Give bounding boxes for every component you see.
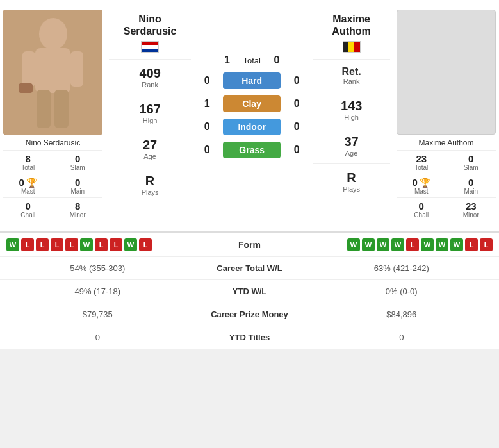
left-age-row: 27 Age [109, 138, 191, 160]
left-player-photo [3, 10, 102, 135]
clay-left-score: 1 [197, 98, 217, 110]
hard-right-score: 0 [287, 75, 306, 87]
right-main-label: Main [448, 188, 495, 195]
left-high-value: 167 [139, 102, 160, 117]
left-total-value: 8 [4, 153, 52, 164]
career-wl-label: Career Total W/L [186, 263, 314, 273]
total-label: Total [243, 56, 260, 65]
ytd-titles-left: 0 [10, 333, 186, 342]
ytd-wl-row: 49% (17-18) YTD W/L 0% (0-0) [0, 279, 499, 303]
right-plays-label: Plays [343, 185, 360, 193]
right-high-value: 143 [341, 99, 362, 113]
left-chall-label: Chall [4, 212, 52, 219]
svg-rect-4 [70, 51, 83, 87]
left-total-cell: 8 Total [3, 150, 53, 174]
match-section: Nino Serdarusic 8 Total 0 Slam 0 🏆 Mast [0, 0, 499, 232]
form-badge-w: W [391, 238, 404, 251]
left-rank-label: Rank [142, 81, 158, 88]
right-chall-value: 0 [398, 201, 445, 212]
right-main-cell: 0 Main [446, 174, 496, 197]
belgium-flag [343, 41, 361, 53]
form-badge-l: L [51, 238, 63, 251]
right-minor-value: 23 [448, 201, 495, 212]
right-player-photo [397, 10, 496, 135]
career-wl-left: 54% (355-303) [10, 263, 186, 273]
left-minor-value: 8 [54, 201, 102, 212]
right-rank-row: Ret. Rank [313, 66, 390, 85]
grass-right-score: 0 [287, 144, 306, 156]
right-minor-cell: 23 Minor [446, 197, 496, 221]
left-form-badges: WLLLLWLLWL [6, 238, 152, 251]
right-age-label: Age [345, 149, 358, 157]
croatia-flag [141, 41, 159, 53]
left-high-row: 167 High [109, 102, 191, 124]
prize-left: $79,735 [10, 310, 186, 319]
indoor-left-score: 0 [197, 121, 217, 133]
form-badge-w: W [362, 238, 375, 251]
form-badge-l: L [480, 238, 493, 251]
form-badge-w: W [436, 238, 448, 251]
form-badge-l: L [36, 238, 49, 251]
left-main-label: Main [54, 188, 102, 195]
left-rank-value: 409 [139, 66, 160, 81]
prize-label: Career Prize Money [186, 310, 314, 319]
left-mast-label: Mast [4, 188, 52, 195]
svg-rect-5 [37, 90, 51, 128]
left-minor-cell: 8 Minor [53, 197, 103, 221]
form-badge-w: W [421, 238, 434, 251]
form-badge-l: L [406, 238, 419, 251]
form-badge-l: L [110, 238, 122, 251]
form-badge-l: L [95, 238, 108, 251]
ytd-wl-label: YTD W/L [186, 286, 314, 296]
prize-row: $79,735 Career Prize Money $84,896 [0, 303, 499, 326]
right-minor-label: Minor [448, 212, 495, 219]
svg-rect-2 [35, 48, 70, 93]
right-plays-row: R Plays [313, 170, 390, 193]
left-plays-value: R [145, 174, 154, 188]
left-rank-row: 409 Rank [109, 66, 191, 88]
right-player-name: Maxime Authom [418, 138, 473, 147]
form-label: Form [224, 240, 275, 250]
right-high-label: High [344, 113, 359, 121]
right-total-label: Total [398, 164, 445, 171]
left-minor-label: Minor [54, 212, 102, 219]
ytd-wl-right: 0% (0-0) [314, 286, 490, 296]
middle-left-stats: NinoSerdarusic 409 Rank 167 High 27 Age … [106, 6, 194, 224]
svg-rect-6 [54, 90, 69, 128]
trophy-icon-left: 🏆 [26, 178, 37, 188]
right-age-value: 37 [344, 135, 358, 149]
svg-point-1 [39, 18, 67, 50]
right-slam-value: 0 [448, 153, 495, 164]
left-chall-cell: 0 Chall [3, 197, 53, 221]
right-mast-label: Mast [398, 188, 445, 195]
left-slam-cell: 0 Slam [53, 150, 103, 174]
career-wl-row: 54% (355-303) Career Total W/L 63% (421-… [0, 256, 499, 279]
right-rank-value: Ret. [341, 66, 361, 78]
form-badge-w: W [80, 238, 93, 251]
indoor-row: 0 Indoor 0 [197, 119, 306, 135]
right-chall-label: Chall [398, 212, 445, 219]
form-badge-w: W [377, 238, 389, 251]
middle-right-stats: MaximeAuthom Ret. Rank 143 High 37 Age [309, 6, 393, 224]
left-total-label: Total [4, 164, 52, 171]
right-high-row: 143 High [313, 99, 390, 121]
clay-button: Clay [223, 95, 281, 112]
ytd-titles-row: 0 YTD Titles 0 [0, 326, 499, 349]
score-surface-section: 1 Total 0 0 Hard 0 1 Clay 0 0 Indoor 0 0 [194, 6, 309, 224]
form-badge-l: L [21, 238, 34, 251]
left-player-silhouette [3, 10, 102, 135]
hard-row: 0 Hard 0 [197, 72, 306, 89]
total-right-score: 0 [267, 54, 286, 66]
right-form-badges: WWWWLWWWLL [347, 238, 493, 251]
right-plays-value: R [347, 170, 356, 185]
left-mast-value: 0 🏆 [4, 177, 52, 188]
svg-rect-3 [22, 51, 35, 87]
stats-rows: 54% (355-303) Career Total W/L 63% (421-… [0, 256, 499, 349]
clay-right-score: 0 [287, 98, 306, 110]
grass-left-score: 0 [197, 144, 217, 156]
total-left-score: 1 [217, 54, 236, 66]
clay-row: 1 Clay 0 [197, 95, 306, 112]
left-age-label: Age [143, 153, 156, 160]
right-slam-cell: 0 Slam [446, 150, 496, 174]
form-badge-w: W [124, 238, 137, 251]
